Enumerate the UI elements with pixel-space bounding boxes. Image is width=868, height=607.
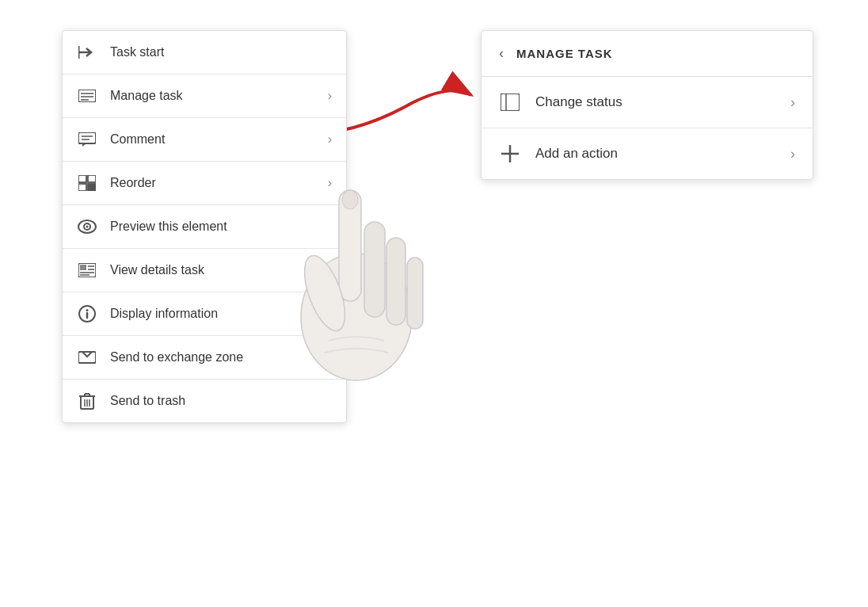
submenu-title: MANAGE TASK — [516, 47, 613, 60]
manage-task-chevron: › — [328, 89, 332, 103]
reorder-icon — [77, 173, 97, 193]
svg-rect-39 — [364, 222, 385, 317]
submenu-label-change-status: Change status — [535, 94, 790, 110]
menu-label-manage-task: Manage task — [110, 89, 322, 103]
comment-icon — [77, 129, 97, 150]
svg-rect-41 — [407, 258, 423, 329]
submenu-item-add-action[interactable]: Add an action › — [482, 128, 813, 179]
svg-rect-18 — [80, 265, 86, 270]
svg-rect-10 — [78, 175, 86, 182]
context-menu-right: ‹ MANAGE TASK Change status › Add an act… — [481, 30, 813, 180]
svg-rect-11 — [88, 175, 96, 182]
add-action-icon — [499, 143, 521, 165]
svg-rect-6 — [78, 132, 96, 143]
change-status-chevron: › — [790, 94, 795, 111]
send-exchange-icon — [77, 347, 97, 368]
submenu-header: ‹ MANAGE TASK — [482, 31, 813, 77]
svg-point-43 — [342, 190, 358, 209]
view-details-icon — [77, 260, 97, 281]
svg-point-25 — [86, 309, 89, 311]
svg-rect-13 — [88, 184, 96, 191]
svg-point-16 — [86, 226, 89, 228]
task-start-icon — [77, 42, 97, 63]
manage-task-icon — [77, 86, 97, 106]
menu-item-manage-task[interactable]: Manage task › — [63, 74, 346, 118]
add-action-chevron: › — [790, 146, 795, 162]
hand-illustration — [269, 127, 444, 396]
submenu-item-change-status[interactable]: Change status › — [482, 77, 813, 128]
preview-icon — [77, 216, 97, 237]
svg-rect-40 — [386, 238, 405, 325]
change-status-icon — [499, 91, 521, 113]
menu-label-task-start: Task start — [110, 45, 332, 59]
display-info-icon — [77, 304, 97, 324]
submenu-back-button[interactable]: ‹ — [499, 45, 504, 62]
svg-rect-44 — [501, 94, 520, 111]
svg-rect-12 — [78, 184, 86, 191]
submenu-label-add-action: Add an action — [535, 146, 790, 162]
send-trash-icon — [77, 391, 97, 411]
menu-item-task-start[interactable]: Task start — [63, 31, 346, 74]
